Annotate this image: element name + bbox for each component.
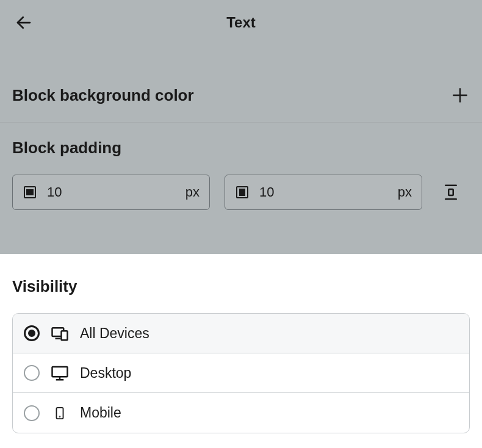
padding-vertical-unit: px	[185, 184, 200, 200]
visibility-option-mobile[interactable]: Mobile	[13, 393, 469, 433]
radio-desktop[interactable]	[24, 365, 40, 381]
mobile-icon	[51, 405, 69, 422]
block-background-label: Block background color	[12, 86, 194, 105]
back-icon[interactable]	[15, 13, 33, 32]
padding-horizontal-icon	[235, 185, 250, 200]
radio-all-devices[interactable]	[24, 325, 40, 341]
visibility-option-desktop[interactable]: Desktop	[13, 353, 469, 393]
padding-vertical-input[interactable]: 10 px	[12, 175, 210, 210]
header: Text	[0, 0, 482, 45]
padding-horizontal-value: 10	[259, 184, 398, 200]
padding-vertical-icon	[23, 185, 37, 200]
block-padding-label: Block padding	[12, 139, 470, 157]
page-title: Text	[226, 14, 256, 31]
padding-horizontal-unit: px	[398, 184, 412, 200]
radio-mobile[interactable]	[24, 405, 40, 421]
visibility-label: Visibility	[12, 277, 470, 296]
plus-icon[interactable]	[450, 85, 470, 105]
block-background-row[interactable]: Block background color	[0, 68, 482, 123]
svg-point-17	[60, 416, 60, 417]
svg-rect-4	[26, 189, 34, 195]
visibility-option-label: All Devices	[80, 325, 149, 342]
svg-rect-8	[448, 189, 453, 195]
block-padding-section: Block padding 10 px	[0, 123, 482, 228]
all-devices-icon	[51, 324, 69, 342]
padding-horizontal-input[interactable]: 10 px	[225, 175, 422, 210]
svg-rect-13	[52, 367, 68, 377]
visibility-list: All Devices Desktop Mobile	[12, 313, 470, 433]
visibility-option-label: Desktop	[80, 365, 131, 381]
visibility-option-all[interactable]: All Devices	[13, 314, 469, 353]
visibility-section: Visibility All Devices Des	[0, 254, 482, 433]
visibility-option-label: Mobile	[80, 405, 121, 421]
svg-rect-6	[239, 189, 245, 196]
desktop-icon	[51, 364, 69, 382]
padding-vertical-value: 10	[47, 184, 185, 200]
padding-lock-icon[interactable]	[442, 183, 460, 201]
svg-rect-12	[62, 331, 68, 340]
